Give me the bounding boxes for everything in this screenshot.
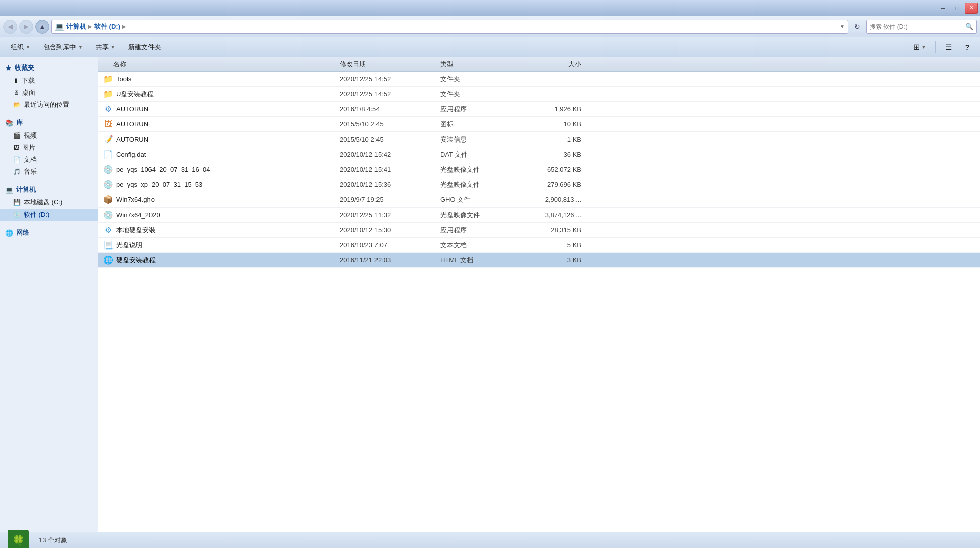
sidebar-section-network: 🌐 网络 [0, 226, 98, 239]
file-name: AUTORUN [116, 120, 148, 128]
sidebar-header-computer[interactable]: 💻 计算机 [0, 183, 98, 196]
organize-arrow: ▼ [26, 45, 30, 50]
breadcrumb-computer[interactable]: 计算机 [66, 22, 86, 31]
table-row[interactable]: 📄 Config.dat 2020/10/12 15:42 DAT 文件 36 … [98, 147, 980, 162]
sidebar-item-document[interactable]: 📄 文档 [0, 154, 98, 166]
table-row[interactable]: 🌐 硬盘安装教程 2016/11/21 22:03 HTML 文档 3 KB [98, 253, 980, 268]
file-name: U盘安装教程 [116, 90, 154, 99]
layout-button[interactable]: ☰ [940, 40, 957, 54]
col-header-name[interactable]: 名称 [98, 60, 340, 69]
file-date-cell: 2015/5/10 2:45 [340, 135, 440, 143]
file-name: Config.dat [116, 151, 146, 158]
file-size-cell: 652,072 KB [521, 166, 591, 173]
file-type-cell: 安装信息 [440, 135, 521, 144]
file-name-cell: 💿 Win7x64_2020 [98, 210, 340, 220]
sidebar-item-desktop[interactable]: 🖥 桌面 [0, 87, 98, 99]
forward-button[interactable]: ▶ [19, 20, 33, 34]
help-icon: ? [965, 43, 969, 51]
include-library-button[interactable]: 包含到库中 ▼ [38, 40, 88, 54]
downloads-label: 下载 [22, 76, 35, 85]
refresh-button[interactable]: ↻ [850, 20, 864, 34]
table-row[interactable]: 📃 光盘说明 2016/10/23 7:07 文本文档 5 KB [98, 238, 980, 253]
file-type-cell: 光盘映像文件 [440, 165, 521, 174]
file-type-icon: ⚙ [103, 104, 113, 114]
table-row[interactable]: ⚙ 本地硬盘安装 2020/10/12 15:30 应用程序 28,315 KB [98, 223, 980, 238]
network-label: 网络 [16, 228, 29, 237]
table-row[interactable]: 🖼 AUTORUN 2015/5/10 2:45 图标 10 KB [98, 117, 980, 132]
file-type-icon: ⚙ [103, 225, 113, 235]
file-name-cell: ⚙ 本地硬盘安装 [98, 225, 340, 235]
file-type-cell: 文件夹 [440, 90, 521, 99]
sidebar-item-drive-d[interactable]: 💿 软件 (D:) [0, 209, 98, 221]
table-row[interactable]: 💿 pe_yqs_1064_20_07_31_16_04 2020/10/12 … [98, 162, 980, 177]
organize-label: 组织 [11, 43, 24, 52]
help-button[interactable]: ? [959, 40, 975, 54]
main-area: ★ 收藏夹 ⬇ 下载 🖥 桌面 📂 最近访问的位置 📚 库 [0, 57, 980, 532]
maximize-button[interactable]: □ [951, 3, 964, 14]
file-type-cell: 应用程序 [440, 105, 521, 114]
file-size-cell: 279,696 KB [521, 181, 591, 188]
up-button[interactable]: ▲ [35, 20, 49, 34]
search-input[interactable] [870, 23, 963, 30]
table-row[interactable]: 💿 pe_yqs_xp_20_07_31_15_53 2020/10/12 15… [98, 177, 980, 192]
table-row[interactable]: 📁 U盘安装教程 2020/12/25 14:52 文件夹 [98, 87, 980, 102]
file-name: pe_yqs_xp_20_07_31_15_53 [116, 181, 202, 188]
sidebar-header-library[interactable]: 📚 库 [0, 116, 98, 129]
sidebar-item-recent[interactable]: 📂 最近访问的位置 [0, 99, 98, 111]
music-label: 音乐 [24, 167, 37, 176]
file-size-cell: 3,874,126 ... [521, 211, 591, 219]
breadcrumb[interactable]: 💻 计算机 ▶ 软件 (D:) ▶ ▼ [51, 20, 848, 34]
table-row[interactable]: 📁 Tools 2020/12/25 14:52 文件夹 [98, 72, 980, 87]
table-row[interactable]: ⚙ AUTORUN 2016/1/8 4:54 应用程序 1,926 KB [98, 102, 980, 117]
breadcrumb-separator: ▶ [88, 24, 92, 29]
file-type-cell: HTML 文档 [440, 256, 521, 265]
library-label: 库 [16, 118, 23, 127]
new-folder-button[interactable]: 新建文件夹 [123, 40, 167, 54]
table-row[interactable]: 💿 Win7x64_2020 2020/12/25 11:32 光盘映像文件 3… [98, 208, 980, 223]
file-name-cell: 📃 光盘说明 [98, 240, 340, 250]
sidebar: ★ 收藏夹 ⬇ 下载 🖥 桌面 📂 最近访问的位置 📚 库 [0, 57, 98, 532]
share-button[interactable]: 共享 ▼ [90, 40, 121, 54]
file-name: 本地硬盘安装 [116, 226, 156, 235]
table-row[interactable]: 📝 AUTORUN 2015/5/10 2:45 安装信息 1 KB [98, 132, 980, 147]
minimize-button[interactable]: ─ [937, 3, 950, 14]
file-size-cell: 10 KB [521, 120, 591, 128]
picture-label: 图片 [22, 143, 35, 152]
table-row[interactable]: 📦 Win7x64.gho 2019/9/7 19:25 GHO 文件 2,90… [98, 192, 980, 208]
file-name: 硬盘安装教程 [116, 256, 156, 265]
sidebar-header-favorites[interactable]: ★ 收藏夹 [0, 61, 98, 75]
status-logo: 🍀 [8, 530, 29, 549]
sidebar-header-network[interactable]: 🌐 网络 [0, 226, 98, 239]
file-name-cell: 🌐 硬盘安装教程 [98, 255, 340, 265]
dropdown-arrow[interactable]: ▼ [840, 24, 845, 29]
file-name-cell: 📁 Tools [98, 74, 340, 84]
file-list[interactable]: 📁 Tools 2020/12/25 14:52 文件夹 📁 U盘安装教程 20… [98, 72, 980, 532]
network-icon: 🌐 [5, 229, 13, 237]
close-button[interactable]: ✕ [965, 3, 978, 14]
drive-d-label: 软件 (D:) [24, 210, 49, 219]
sidebar-item-music[interactable]: 🎵 音乐 [0, 166, 98, 178]
breadcrumb-end-arrow: ▶ [122, 24, 126, 29]
breadcrumb-drive[interactable]: 软件 (D:) [94, 22, 120, 31]
sidebar-item-downloads[interactable]: ⬇ 下载 [0, 75, 98, 87]
breadcrumb-icon: 💻 [55, 22, 64, 31]
col-header-size[interactable]: 大小 [521, 60, 591, 69]
file-size-cell: 36 KB [521, 151, 591, 158]
video-icon: 🎬 [13, 132, 21, 139]
sidebar-item-video[interactable]: 🎬 视频 [0, 129, 98, 142]
computer-label: 计算机 [16, 185, 36, 194]
sidebar-item-picture[interactable]: 🖼 图片 [0, 142, 98, 154]
status-count: 13 个对象 [39, 536, 67, 545]
back-button[interactable]: ◀ [3, 20, 17, 34]
layout-icon: ☰ [945, 43, 952, 52]
sidebar-item-drive-c[interactable]: 💾 本地磁盘 (C:) [0, 196, 98, 209]
file-size-cell: 1,926 KB [521, 105, 591, 113]
search-bar[interactable]: 🔍 [866, 20, 977, 34]
file-type-cell: GHO 文件 [440, 195, 521, 204]
sidebar-section-favorites: ★ 收藏夹 ⬇ 下载 🖥 桌面 📂 最近访问的位置 [0, 61, 98, 111]
views-button[interactable]: ⊞ ▼ [908, 40, 932, 54]
col-header-date[interactable]: 修改日期 [340, 60, 440, 69]
sidebar-section-computer: 💻 计算机 💾 本地磁盘 (C:) 💿 软件 (D:) [0, 183, 98, 221]
organize-button[interactable]: 组织 ▼ [5, 40, 36, 54]
col-header-type[interactable]: 类型 [440, 60, 521, 69]
